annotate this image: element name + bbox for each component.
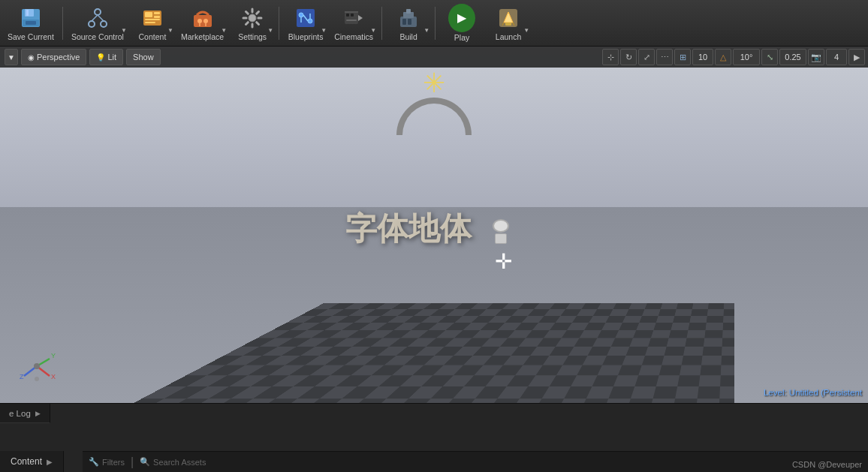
svg-rect-39 xyxy=(351,14,354,17)
svg-line-9 xyxy=(98,15,104,21)
source-control-button[interactable]: Source Control ▼ xyxy=(67,2,128,44)
viewport-dropdown-arrow[interactable]: ▼ xyxy=(5,49,18,65)
scale-tool-btn[interactable]: ⤢ xyxy=(638,49,655,65)
perspective-button[interactable]: ◉ Perspective xyxy=(21,49,86,65)
svg-point-32 xyxy=(308,19,312,23)
marketplace-label: Marketplace xyxy=(181,32,224,41)
build-button[interactable]: Build ▼ xyxy=(386,2,431,44)
content-label: Content xyxy=(139,32,167,41)
svg-point-31 xyxy=(299,13,303,17)
viewport-options-btn[interactable]: ⋯ xyxy=(656,49,673,65)
svg-text:Z: Z xyxy=(20,373,24,380)
content-button[interactable]: Content ▼ xyxy=(130,2,175,44)
svg-text:Y: Y xyxy=(51,352,56,359)
grid-value[interactable]: 10 xyxy=(692,49,713,65)
cinematics-button[interactable]: Cinematics ▼ xyxy=(330,2,378,44)
svg-text:X: X xyxy=(51,373,56,380)
search-icon: 🔍 xyxy=(140,457,150,467)
perspective-label: Perspective xyxy=(37,53,80,62)
svg-rect-15 xyxy=(145,22,155,23)
angle-btn[interactable]: △ xyxy=(715,49,731,65)
axis-gizmo: X Y Z xyxy=(18,347,56,385)
launch-label: Launch xyxy=(496,32,521,41)
content-tab-arrow: ▶ xyxy=(47,458,53,466)
svg-rect-11 xyxy=(145,12,152,17)
save-current-label: Save Current xyxy=(8,32,54,41)
bottom-search-bar: 🔧 Filters | 🔍 Search Assets xyxy=(83,451,868,472)
output-log-label: e Log xyxy=(9,409,31,418)
svg-point-5 xyxy=(95,9,101,15)
svg-rect-13 xyxy=(154,16,160,18)
blueprints-label: Blueprints xyxy=(288,32,324,41)
search-separator: | xyxy=(131,455,134,469)
blueprints-dropdown-arrow: ▼ xyxy=(321,27,327,34)
perspective-icon: ◉ xyxy=(28,53,35,62)
source-control-label: Source Control xyxy=(71,32,124,41)
camera-speed[interactable]: 4 xyxy=(826,49,847,65)
svg-rect-14 xyxy=(145,19,160,20)
settings-dropdown-arrow: ▼ xyxy=(267,27,273,34)
translate-tool-btn[interactable]: ⊹ xyxy=(602,49,619,65)
svg-rect-49 xyxy=(505,23,511,26)
launch-dropdown-arrow: ▼ xyxy=(523,27,529,34)
svg-point-58 xyxy=(34,363,40,369)
play-icon: ▶ xyxy=(448,4,475,32)
level-name: Untitled (Persistent xyxy=(789,388,862,397)
svg-rect-46 xyxy=(408,19,411,25)
bottom-panel: e Log ▶ Content ▶ 🔧 Filters | 🔍 Search A… xyxy=(0,403,868,472)
svg-point-21 xyxy=(249,14,256,22)
play-button[interactable]: ▶ Play xyxy=(439,2,484,44)
launch-button[interactable]: Launch ▼ xyxy=(486,2,531,44)
play-label: Play xyxy=(454,33,469,42)
camera-icon[interactable]: 📷 xyxy=(808,49,824,65)
svg-rect-40 xyxy=(346,20,357,21)
scale-value: 0.25 xyxy=(779,49,806,65)
toolbar-separator-1 xyxy=(62,7,63,40)
svg-rect-1 xyxy=(25,9,34,17)
show-button[interactable]: Show xyxy=(126,49,161,65)
filter-placeholder: Filters xyxy=(102,458,125,467)
content-browser-tab[interactable]: Content ▶ xyxy=(0,451,64,472)
settings-label: Settings xyxy=(238,32,267,41)
svg-rect-16 xyxy=(194,15,212,27)
lit-icon: 💡 xyxy=(96,53,105,62)
rotate-tool-btn[interactable]: ↻ xyxy=(620,49,637,65)
viewport-right-controls: ⊹ ↻ ⤢ ⋯ ⊞ 10 △ 10° ⤡ 0.25 📷 4 ▶ xyxy=(602,47,868,68)
output-log-tab[interactable]: e Log ▶ xyxy=(0,404,50,423)
more-options-btn[interactable]: ▶ xyxy=(848,49,865,65)
viewport[interactable]: ✳ 字体地体 ✛ X Y Z Level: xyxy=(0,47,868,403)
content-dropdown-arrow: ▼ xyxy=(167,27,173,34)
marketplace-button[interactable]: Marketplace ▼ xyxy=(176,2,228,44)
filter-icon: 🔧 xyxy=(89,457,99,467)
svg-rect-45 xyxy=(402,19,406,25)
chinese-text-overlay: 字体地体 xyxy=(345,208,472,250)
save-current-button[interactable]: Save Current xyxy=(3,2,59,44)
scale-lock-btn[interactable]: ⤡ xyxy=(761,49,778,65)
svg-line-8 xyxy=(92,15,98,21)
sun-icon: ✳ xyxy=(423,68,445,99)
svg-point-7 xyxy=(101,21,107,27)
toolbar-separator-3 xyxy=(381,7,382,40)
svg-line-27 xyxy=(257,22,259,24)
robot-object xyxy=(486,219,516,249)
lit-button[interactable]: 💡 Lit xyxy=(89,49,123,65)
cinematics-label: Cinematics xyxy=(334,32,373,41)
svg-rect-44 xyxy=(406,9,411,14)
main-toolbar: Save Current Source Control ▼ xyxy=(0,0,868,47)
cinematics-dropdown-arrow: ▼ xyxy=(370,27,376,34)
svg-rect-38 xyxy=(346,14,349,17)
level-text: Level: xyxy=(764,388,787,397)
rotation-value: 10° xyxy=(733,49,760,65)
grid-btn[interactable]: ⊞ xyxy=(674,49,691,65)
svg-line-28 xyxy=(257,11,259,14)
robot-head xyxy=(493,219,509,233)
output-log-arrow: ▶ xyxy=(35,410,41,417)
svg-point-6 xyxy=(89,21,95,27)
blueprints-button[interactable]: Blueprints ▼ xyxy=(283,2,328,44)
svg-marker-37 xyxy=(358,15,363,21)
settings-button[interactable]: Settings ▼ xyxy=(230,2,275,44)
lit-label: Lit xyxy=(107,53,116,62)
svg-point-17 xyxy=(197,19,202,23)
marketplace-dropdown-arrow: ▼ xyxy=(221,27,227,34)
robot-body xyxy=(495,233,507,244)
